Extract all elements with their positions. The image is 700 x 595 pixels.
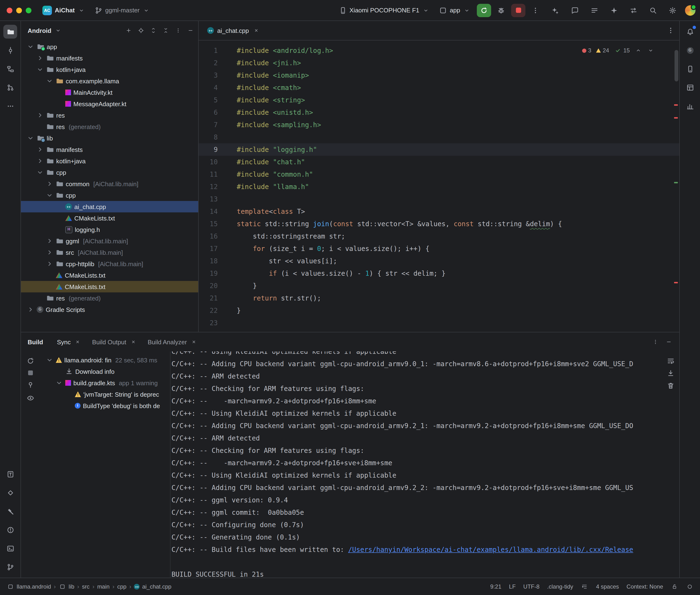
- line-number[interactable]: 3: [199, 69, 218, 81]
- dependencies-button[interactable]: [3, 486, 17, 500]
- add-icon[interactable]: [125, 27, 133, 34]
- code-line-23[interactable]: 23: [199, 317, 679, 329]
- chevron-right-icon[interactable]: [36, 54, 44, 62]
- terminal-button[interactable]: [3, 541, 17, 555]
- stripe-mark[interactable]: [674, 182, 678, 183]
- line-number[interactable]: 23: [199, 317, 218, 329]
- line-number[interactable]: 12: [199, 180, 218, 193]
- context-widget[interactable]: Context: None: [627, 583, 663, 590]
- code-line-4[interactable]: 4#include <cmath>: [199, 81, 679, 94]
- indent-size[interactable]: 4 spaces: [596, 583, 619, 590]
- stripe-mark[interactable]: [674, 117, 678, 119]
- running-devices-button[interactable]: [3, 467, 17, 481]
- project-tree-item-cmakelists-txt[interactable]: CMakeLists.txt: [21, 270, 198, 281]
- layout-inspector-button[interactable]: [683, 81, 697, 94]
- warning-count[interactable]: 24: [596, 44, 609, 57]
- line-number[interactable]: 9: [199, 143, 218, 156]
- build-tab-build-output[interactable]: Build Output: [88, 336, 141, 348]
- chevron-down-icon[interactable]: [46, 77, 53, 85]
- device-manager-button[interactable]: [683, 62, 697, 76]
- line-number[interactable]: 19: [199, 267, 218, 280]
- notifications-button[interactable]: [683, 25, 697, 38]
- line-number[interactable]: 13: [199, 193, 218, 205]
- code-line-11[interactable]: 11#include "common.h": [199, 168, 679, 180]
- line-number[interactable]: 17: [199, 243, 218, 255]
- project-tree-item-cpp[interactable]: cpp: [21, 190, 198, 201]
- code-line-5[interactable]: 5#include <string>: [199, 94, 679, 106]
- breadcrumb-llama-android[interactable]: llama.android: [7, 583, 51, 591]
- code-line-9[interactable]: 9#include "logging.h": [199, 143, 679, 156]
- expand-all-icon[interactable]: [149, 27, 157, 34]
- pin-tab-icon[interactable]: [27, 381, 34, 389]
- hide-panel-icon[interactable]: [665, 338, 673, 346]
- project-tree-item-gradle-scripts[interactable]: GGradle Scripts: [21, 304, 198, 315]
- project-tree-item-res[interactable]: res: [21, 110, 198, 121]
- project-tree-item-src[interactable]: src[AiChat.lib.main]: [21, 247, 198, 258]
- locate-file-icon[interactable]: [137, 27, 145, 34]
- minimize-window-button[interactable]: [16, 7, 22, 13]
- build-tree-item-build-gradle-kts[interactable]: build.gradle.ktsapp 1 warning: [40, 377, 170, 389]
- project-tree-item-mainactivity-kt[interactable]: MainActivity.kt: [21, 87, 198, 98]
- rerun-build-icon[interactable]: [27, 357, 34, 365]
- line-number[interactable]: 18: [199, 255, 218, 267]
- clang-tidy-widget[interactable]: .clang-tidy: [547, 583, 573, 590]
- chevron-down-icon[interactable]: [54, 27, 62, 34]
- inspection-level-icon[interactable]: [686, 583, 694, 591]
- chevron-right-icon[interactable]: [46, 180, 53, 188]
- chevron-right-icon[interactable]: [36, 111, 44, 119]
- build-tab-build-analyzer[interactable]: Build Analyzer: [143, 336, 202, 348]
- project-tree-item-cpp-httplib[interactable]: cpp-httplib[AiChat.lib.main]: [21, 258, 198, 270]
- problems-button[interactable]: [3, 523, 17, 537]
- project-tree-item-res[interactable]: res(generated): [21, 292, 198, 304]
- close-tab-icon[interactable]: [252, 27, 260, 34]
- task-list-button[interactable]: [587, 3, 601, 17]
- build-console[interactable]: C/C++: -- Using KleidiAI optimized kerne…: [170, 351, 679, 577]
- formatter-mode-icon[interactable]: [581, 583, 589, 591]
- chevron-down-icon[interactable]: [55, 379, 63, 387]
- chevron-down-icon[interactable]: [46, 356, 53, 364]
- line-number[interactable]: 6: [199, 106, 218, 119]
- build-output-path-link[interactable]: /Users/hanyin/Workspace/ai-chat/examples…: [348, 546, 633, 553]
- breadcrumb-main[interactable]: main: [97, 583, 110, 590]
- settings-button[interactable]: [666, 3, 679, 17]
- project-tree-item-manifests[interactable]: manifests: [21, 52, 198, 64]
- code-line-21[interactable]: 21 return str.str();: [199, 292, 679, 304]
- build-tree-item-jvmtarget-string-is-deprec[interactable]: !'jvmTarget: String' is deprec: [40, 389, 170, 400]
- editor-tab-ai-chat-cpp[interactable]: ++ ai_chat.cpp: [203, 21, 264, 40]
- line-number[interactable]: 14: [199, 205, 218, 218]
- more-actions-button[interactable]: [528, 4, 542, 17]
- breadcrumb-src[interactable]: src: [82, 583, 89, 590]
- collapse-all-icon[interactable]: [162, 27, 170, 34]
- code-line-14[interactable]: 14template<class T>: [199, 205, 679, 218]
- device-selector[interactable]: Xiaomi POCOPHONE F1: [336, 4, 433, 16]
- close-tab-icon[interactable]: [130, 338, 137, 346]
- code-line-10[interactable]: 10#include "chat.h": [199, 156, 679, 168]
- line-number[interactable]: 15: [199, 218, 218, 230]
- project-tree-item-messageadapter-kt[interactable]: MessageAdapter.kt: [21, 98, 198, 110]
- gemini-button[interactable]: [607, 3, 621, 17]
- stop-button[interactable]: [511, 4, 525, 17]
- code-line-19[interactable]: 19 if (i < values.size() - 1) { str << d…: [199, 267, 679, 280]
- stripe-mark[interactable]: [674, 104, 678, 106]
- line-number[interactable]: 1: [199, 44, 218, 57]
- stripe-mark[interactable]: [674, 282, 678, 283]
- passed-count[interactable]: 15: [614, 44, 630, 57]
- lock-open-icon[interactable]: [671, 583, 678, 591]
- editor-options-icon[interactable]: [667, 27, 674, 34]
- search-button[interactable]: [646, 3, 660, 17]
- code-line-3[interactable]: 3#include <iomanip>: [199, 69, 679, 81]
- line-number[interactable]: 20: [199, 280, 218, 292]
- project-button[interactable]: [3, 25, 17, 38]
- commit-button[interactable]: [3, 43, 17, 57]
- project-tree-item-cmakelists-txt[interactable]: CMakeLists.txt: [21, 213, 198, 224]
- zoom-window-button[interactable]: [26, 7, 31, 13]
- line-number[interactable]: 10: [199, 156, 218, 168]
- code-line-18[interactable]: 18 str << values[i];: [199, 255, 679, 267]
- code-line-12[interactable]: 12#include "llama.h": [199, 180, 679, 193]
- code-line-15[interactable]: 15static std::string join(const std::vec…: [199, 218, 679, 230]
- project-view-selector[interactable]: Android: [28, 27, 52, 34]
- chevron-down-icon[interactable]: [46, 192, 53, 199]
- project-tree-item-cpp[interactable]: cpp: [21, 167, 198, 178]
- project-tree-item-logging-h[interactable]: Hlogging.h: [21, 224, 198, 235]
- run-configuration-selector[interactable]: app: [436, 4, 474, 16]
